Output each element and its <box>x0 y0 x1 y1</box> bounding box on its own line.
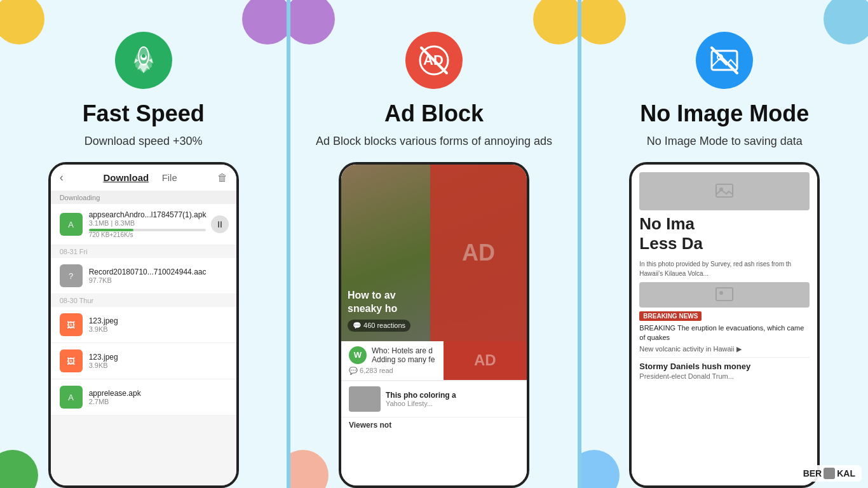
volcanic-activity-text: New volcanic activity in Hawaii ▶ <box>639 345 810 353</box>
file-tab[interactable]: File <box>162 172 177 183</box>
breaking-news-row: BREAKING NEWS <box>639 311 810 321</box>
apk-size: 3.1MB | 8.3MB <box>89 219 207 227</box>
story-section: Stormy Daniels hush money President-elec… <box>639 357 810 380</box>
noimg-corner-tl <box>578 0 626 44</box>
ad-block-title: Ad Block <box>384 100 484 127</box>
svg-point-12 <box>719 291 723 295</box>
no-image-screen: No ImaLess Da In this photo provided by … <box>632 165 817 485</box>
aac-item-info: Record20180710...710024944.aac 97.7KB <box>89 268 227 284</box>
download-tab-active[interactable]: Download <box>104 172 149 183</box>
download-progress-bar <box>89 229 207 231</box>
bottom-article-title: This pho coloring a <box>386 391 456 400</box>
ad-block-icon: AD <box>418 44 450 76</box>
berkal-icon <box>824 468 835 479</box>
viewers-label: Viewers not <box>341 417 527 433</box>
no-image-panel: No Image Mode No Image Mode to saving da… <box>578 0 868 488</box>
ad-block-phone-mockup: AD How to avsneaky ho 💬 460 reactions W … <box>339 162 529 488</box>
jpeg-icon-1: 🖼 <box>60 313 83 336</box>
jpeg-item-2[interactable]: 🖼 123.jpeg 3.9KB <box>51 343 236 379</box>
who-article-block: W Who: Hotels are d Adding so many fe 💬 … <box>341 341 527 381</box>
apk-release-name: apprelease.apk <box>89 389 227 398</box>
bottom-article-text: This pho coloring a Yahoo Lifesty... <box>386 391 456 407</box>
article-thumbnail <box>349 386 381 412</box>
placeholder-icon-2 <box>715 285 734 304</box>
jpeg-1-name: 123.jpeg <box>89 316 227 325</box>
berkal-text: BER <box>803 468 822 478</box>
ad-corner-tr <box>533 0 578 44</box>
apk-name: appsearchAndro...l1784577(1).apk <box>89 210 207 219</box>
fast-speed-icon-circle <box>115 32 172 89</box>
ad-overlay-mid: AD <box>444 341 527 380</box>
corner-tl-decoration <box>0 0 44 44</box>
who-article-name: Who: Hotels are d <box>372 346 435 355</box>
no-image-icon <box>709 44 740 76</box>
corner-tr-decoration <box>242 0 287 44</box>
placeholder-icon-1 <box>715 182 734 201</box>
ad-block-icon-circle: AD <box>405 32 463 89</box>
ad-overlay-top: AD <box>430 165 527 341</box>
jpeg-item-1[interactable]: 🖼 123.jpeg 3.9KB <box>51 307 236 343</box>
breaking-badge: BREAKING NEWS <box>639 311 702 321</box>
aac-icon: ? <box>60 264 83 287</box>
no-image-phone-mockup: No ImaLess Da In this photo provided by … <box>629 162 820 488</box>
fast-speed-phone-mockup: ‹ Download File 🗑 Downloading A appsearc… <box>48 162 239 488</box>
reactions-count: 💬 460 reactions <box>348 320 410 332</box>
apk-release-info: apprelease.apk 2.7MB <box>89 389 227 405</box>
back-icon[interactable]: ‹ <box>60 171 64 184</box>
apk-icon: A <box>60 213 83 236</box>
story-sub: President-elect Donald Trum... <box>639 372 810 380</box>
ad-corner-bl <box>287 450 329 488</box>
fast-speed-description: Download speed +30% <box>85 133 203 149</box>
download-screen: ‹ Download File 🗑 Downloading A appsearc… <box>51 165 236 485</box>
aac-item[interactable]: ? Record20180710...710024944.aac 97.7KB <box>51 258 236 294</box>
image-placeholder-2 <box>639 282 810 308</box>
pause-button[interactable]: ⏸ <box>211 215 229 233</box>
ad-block-panel: AD Ad Block Ad Block blocks various form… <box>287 0 577 488</box>
aac-size: 97.7KB <box>89 276 227 284</box>
corner-bl-decoration <box>0 450 38 488</box>
downloading-item-apk[interactable]: A appsearchAndro...l1784577(1).apk 3.1MB… <box>51 204 236 245</box>
apk-release-icon: A <box>60 386 83 409</box>
svg-point-2 <box>142 54 146 58</box>
article-headline: How to avsneaky ho <box>348 289 397 316</box>
berkal-watermark: BER KAL <box>797 465 862 482</box>
breaking-text: BREAKING The eruption le evacuations, wh… <box>639 323 810 343</box>
bottom-article: This pho coloring a Yahoo Lifesty... <box>341 381 527 417</box>
fast-speed-panel: Fast Speed Download speed +30% ‹ Downloa… <box>0 0 287 488</box>
download-progress-fill <box>89 229 133 231</box>
rocket-icon <box>128 44 159 76</box>
article-image-bg: AD How to avsneaky ho 💬 460 reactions <box>341 165 527 341</box>
no-image-description: No Image Mode to saving data <box>647 133 803 149</box>
no-image-icon-circle <box>696 32 753 89</box>
jpeg-2-info: 123.jpeg 3.9KB <box>89 353 227 369</box>
who-article-text: Who: Hotels are d Adding so many fe <box>372 346 435 364</box>
story-title: Stormy Daniels hush money <box>639 362 810 371</box>
article-body-text: In this photo provided by Survey, red as… <box>639 259 810 278</box>
apk-release-item[interactable]: A apprelease.apk 2.7MB <box>51 379 236 416</box>
jpeg-2-name: 123.jpeg <box>89 353 227 362</box>
date-separator-0831: 08-31 Fri <box>51 245 236 258</box>
aac-name: Record20180710...710024944.aac <box>89 268 227 276</box>
apk-item-info: appsearchAndro...l1784577(1).apk 3.1MB |… <box>89 210 207 238</box>
no-image-big-title: No ImaLess Da <box>639 214 810 254</box>
noimg-corner-tr <box>824 0 868 44</box>
who-article-sub: Adding so many fe <box>372 355 435 364</box>
no-image-title: No Image Mode <box>640 100 809 127</box>
download-tab-group: Download File <box>104 172 177 184</box>
bottom-article-source: Yahoo Lifesty... <box>386 400 456 407</box>
noimg-corner-bl <box>578 450 620 488</box>
ad-corner-tl <box>287 0 335 44</box>
jpeg-1-size: 3.9KB <box>89 325 227 333</box>
ad-block-description: Ad Block blocks various forms of annoyin… <box>316 133 552 149</box>
apk-release-size: 2.7MB <box>89 398 227 405</box>
trash-icon[interactable]: 🗑 <box>217 172 227 184</box>
article-with-avatar: In this photo provided by Survey, red as… <box>639 259 810 278</box>
download-header: ‹ Download File 🗑 <box>51 165 236 191</box>
jpeg-icon-2: 🖼 <box>60 349 83 372</box>
jpeg-1-info: 123.jpeg 3.9KB <box>89 316 227 333</box>
jpeg-2-size: 3.9KB <box>89 362 227 369</box>
downloading-status: Downloading <box>51 191 236 204</box>
svg-rect-9 <box>716 184 733 197</box>
download-speed: 720 KB+216K/s <box>89 231 207 238</box>
svg-rect-11 <box>716 288 733 301</box>
